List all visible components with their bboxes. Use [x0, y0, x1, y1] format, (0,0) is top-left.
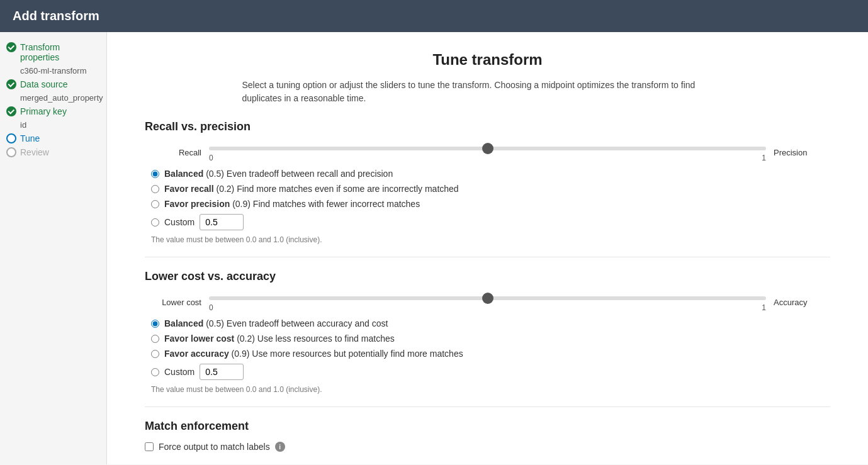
cost-option-favor-accuracy[interactable]: Favor accuracy (0.9) Use more resources …: [151, 349, 830, 359]
recall-option-favor-precision[interactable]: Favor precision (0.9) Find matches with …: [151, 199, 830, 209]
recall-favor-label: Favor recall (0.2) Find more matches eve…: [164, 184, 459, 194]
recall-balanced-label: Balanced (0.5) Even tradeoff between rec…: [164, 169, 393, 179]
page-header-title: Add transform: [13, 9, 99, 23]
sidebar-item-data-source[interactable]: Data source: [6, 79, 100, 89]
main-description: Select a tuning option or adjust the sli…: [242, 79, 733, 105]
recall-custom-input[interactable]: [200, 214, 244, 230]
info-icon[interactable]: i: [275, 442, 285, 452]
header: Add transform: [0, 0, 868, 32]
recall-custom-radio[interactable]: [151, 218, 159, 227]
recall-option-favor-recall[interactable]: Favor recall (0.2) Find more matches eve…: [151, 184, 830, 194]
completed-icon: [6, 42, 16, 52]
completed-icon-primary-key: [6, 106, 16, 116]
cost-custom-input[interactable]: [200, 364, 244, 380]
cost-custom-label: Custom: [164, 367, 194, 377]
recall-slider-left-label: Recall: [145, 148, 201, 157]
active-icon-tune: [6, 133, 16, 143]
cost-section: Lower cost vs. accuracy Lower cost 0 1 A…: [145, 270, 830, 394]
recall-custom-label: Custom: [164, 217, 194, 227]
cost-custom-row: Custom: [145, 364, 830, 380]
recall-slider-right-label: Precision: [774, 148, 830, 157]
recall-slider-min: 0: [209, 154, 213, 162]
section-divider-1: [145, 257, 830, 257]
cost-balanced-label: Balanced (0.5) Even tradeoff between acc…: [164, 318, 388, 328]
cost-balanced-radio[interactable]: [151, 320, 159, 328]
cost-slider[interactable]: [209, 296, 766, 300]
force-output-checkbox[interactable]: [145, 442, 154, 451]
recall-options: Balanced (0.5) Even tradeoff between rec…: [145, 169, 830, 209]
recall-section-title: Recall vs. precision: [145, 120, 830, 133]
main-content: Tune transform Select a tuning option or…: [107, 32, 868, 464]
match-enforcement-title: Match enforcement: [145, 420, 830, 433]
cost-slider-max: 1: [762, 303, 766, 312]
cost-lower-radio[interactable]: [151, 335, 159, 343]
recall-custom-row: Custom: [145, 214, 830, 230]
cost-accuracy-radio[interactable]: [151, 350, 159, 358]
recall-option-balanced[interactable]: Balanced (0.5) Even tradeoff between rec…: [151, 169, 830, 179]
recall-slider[interactable]: [209, 147, 766, 150]
recall-section: Recall vs. precision Recall 0 1 Precisio…: [145, 120, 830, 244]
sidebar-sub-data-source: merged_auto_property: [20, 93, 100, 103]
sidebar-sub-primary-key: id: [20, 120, 100, 130]
cost-option-balanced[interactable]: Balanced (0.5) Even tradeoff between acc…: [151, 318, 830, 328]
cost-slider-min: 0: [209, 303, 213, 312]
cost-custom-radio[interactable]: [151, 368, 159, 376]
sidebar-item-tune[interactable]: Tune: [6, 133, 100, 143]
sidebar-label-review: Review: [20, 147, 49, 157]
recall-precision-label: Favor precision (0.9) Find matches with …: [164, 199, 420, 209]
recall-slider-wrapper: 0 1: [209, 142, 766, 162]
cost-lower-label: Favor lower cost (0.2) Use less resource…: [164, 333, 395, 344]
sidebar-sub-transform-properties: c360-ml-transform: [20, 66, 100, 76]
cost-options: Balanced (0.5) Even tradeoff between acc…: [145, 318, 830, 359]
sidebar: Transform properties c360-ml-transform D…: [0, 32, 107, 464]
sidebar-item-transform-properties[interactable]: Transform properties: [6, 42, 100, 62]
cost-accuracy-label: Favor accuracy (0.9) Use more resources …: [164, 349, 463, 359]
section-divider-2: [145, 406, 830, 407]
main-page-title: Tune transform: [145, 51, 830, 69]
match-enforcement-section: Match enforcement Force output to match …: [145, 420, 830, 452]
recall-precision-radio[interactable]: [151, 200, 159, 208]
sidebar-label-primary-key: Primary key: [20, 106, 67, 116]
sidebar-label-transform-properties: Transform properties: [20, 42, 100, 62]
force-output-row[interactable]: Force output to match labels i: [145, 442, 830, 452]
inactive-icon-review: [6, 147, 16, 157]
recall-favor-radio[interactable]: [151, 185, 159, 193]
cost-option-favor-lower-cost[interactable]: Favor lower cost (0.2) Use less resource…: [151, 333, 830, 344]
sidebar-item-primary-key[interactable]: Primary key: [6, 106, 100, 116]
recall-slider-max: 1: [762, 154, 766, 162]
recall-hint: The value must be between 0.0 and 1.0 (i…: [145, 235, 830, 244]
sidebar-label-data-source: Data source: [20, 79, 67, 89]
completed-icon-data-source: [6, 79, 16, 89]
cost-hint: The value must be between 0.0 and 1.0 (i…: [145, 385, 830, 394]
sidebar-label-tune: Tune: [20, 133, 40, 143]
sidebar-item-review[interactable]: Review: [6, 147, 100, 157]
cost-section-title: Lower cost vs. accuracy: [145, 270, 830, 283]
recall-balanced-radio[interactable]: [151, 170, 159, 178]
cost-slider-right-label: Accuracy: [774, 298, 830, 307]
force-output-label: Force output to match labels: [159, 442, 270, 452]
cost-slider-left-label: Lower cost: [145, 298, 201, 307]
cost-slider-wrapper: 0 1: [209, 292, 766, 312]
